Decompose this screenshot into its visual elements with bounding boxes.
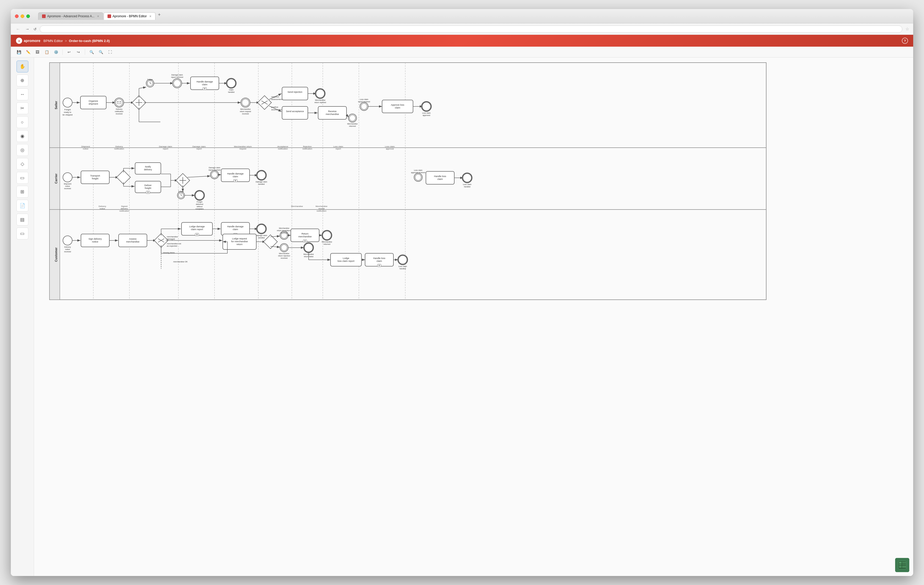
fit-button[interactable]: ⛶ — [106, 48, 114, 56]
forward-button[interactable]: → — [24, 26, 30, 33]
subprocess-tool[interactable]: ⊞ — [16, 186, 28, 198]
tab-bpmn[interactable]: Apromore - BPMN Editor × — [104, 12, 155, 20]
select-tool[interactable]: ⊕ — [16, 74, 28, 86]
svg-text:Merchandise: Merchandise — [279, 252, 289, 254]
breadcrumb-parent: BPMN Editor — [44, 39, 63, 43]
address-bar[interactable] — [40, 26, 903, 33]
svg-text:delivery: delivery — [120, 208, 128, 210]
svg-text:notice: notice — [92, 241, 98, 243]
help-button[interactable]: ? — [902, 38, 908, 44]
tab-close-bpmn[interactable]: × — [149, 14, 151, 18]
svg-text:Delivery: Delivery — [99, 205, 106, 208]
pool-tool[interactable]: ▤ — [16, 214, 28, 226]
svg-text:Delivery: Delivery — [64, 246, 71, 248]
zoom-out-button[interactable]: 🔍 — [97, 48, 105, 56]
svg-text:be shipped: be shipped — [63, 114, 73, 116]
svg-point-181 — [63, 236, 72, 245]
svg-text:Damage claim: Damage claim — [172, 74, 183, 76]
svg-text:merchandise: merchandise — [167, 236, 178, 238]
svg-point-252 — [304, 243, 313, 252]
svg-rect-308 — [902, 562, 906, 564]
data-tool[interactable]: 📄 — [16, 200, 28, 212]
redo-button[interactable]: ↪ — [74, 48, 82, 56]
titlebar: Apromore - Advanced Process A... × Aprom… — [11, 9, 913, 23]
svg-point-155 — [211, 171, 218, 178]
svg-text:without: without — [196, 206, 202, 208]
svg-text:merchandise: merchandise — [298, 235, 312, 238]
svg-text:return rejected: return rejected — [314, 102, 326, 104]
svg-text:Organize: Organize — [89, 100, 98, 102]
zoom-in-button[interactable]: 🔍 — [87, 48, 96, 56]
svg-text:Freight: Freight — [64, 109, 71, 111]
close-button[interactable] — [15, 15, 18, 18]
toolbar-separator-2 — [85, 49, 85, 55]
new-tab-button[interactable]: + — [156, 12, 163, 20]
svg-text:delivery: delivery — [144, 168, 152, 171]
svg-text:handled: handled — [464, 186, 470, 188]
svg-text:handled: handled — [228, 91, 234, 93]
intermediate-event-tool[interactable]: ◎ — [16, 144, 28, 156]
minimize-button[interactable] — [21, 15, 24, 18]
mini-map[interactable] — [895, 558, 909, 572]
svg-text:handled: handled — [258, 237, 265, 239]
back-button[interactable]: ← — [15, 26, 21, 33]
svg-text:Lodge damage: Lodge damage — [189, 225, 205, 228]
svg-text:Loss claim: Loss claim — [463, 183, 471, 185]
svg-text:freight: freight — [92, 177, 99, 180]
svg-text:report received: report received — [358, 101, 370, 103]
svg-rect-89 — [282, 106, 308, 119]
refresh-button[interactable]: ↺ — [33, 27, 36, 31]
svg-line-48 — [139, 87, 146, 88]
export-button[interactable]: 🖼 — [33, 48, 41, 56]
svg-text:claim: claim — [202, 83, 207, 86]
svg-text:return acceptance: return acceptance — [277, 230, 291, 232]
svg-text:damaged: damaged — [167, 238, 175, 240]
tab-advanced[interactable]: Apromore - Advanced Process A... × — [38, 12, 103, 20]
svg-rect-305 — [899, 562, 902, 564]
svg-text:Rejection: Rejection — [303, 145, 312, 148]
edit-button[interactable]: ✏️ — [24, 48, 32, 56]
svg-text:received: received — [281, 257, 288, 259]
svg-text:Assess: Assess — [129, 237, 137, 240]
svg-text:Transport: Transport — [90, 175, 100, 177]
svg-text:Loss claim: Loss claim — [385, 145, 395, 148]
pan-tool[interactable]: ✋ — [16, 61, 28, 73]
svg-text:Delivery: Delivery — [116, 108, 122, 110]
svg-text:report: report — [196, 148, 202, 150]
svg-point-31 — [116, 99, 123, 106]
svg-text:Handle loss: Handle loss — [373, 257, 385, 260]
svg-text:notice: notice — [83, 148, 88, 150]
bookmark-icon[interactable]: ☆ — [906, 26, 909, 31]
svg-text:approval: approval — [386, 148, 394, 150]
svg-text:Loss claim: Loss claim — [360, 99, 368, 100]
bpmn-canvas[interactable]: Seller Carrier Customer — [34, 58, 913, 576]
end-event-tool[interactable]: ◉ — [16, 130, 28, 142]
maximize-button[interactable] — [26, 15, 30, 18]
start-event-tool[interactable]: ○ — [16, 116, 28, 128]
svg-text:Merchandise return: Merchandise return — [234, 145, 252, 148]
svg-text:Shipment: Shipment — [64, 183, 71, 185]
svg-text:Loss claim: Loss claim — [333, 145, 343, 148]
svg-text:return rejection: return rejection — [278, 255, 290, 257]
annotation-tool[interactable]: ▭ — [16, 227, 28, 239]
svg-text:report received: report received — [209, 169, 221, 171]
toolbar: 💾 ✏️ 🖼 📋 ⚙️ ↩ ↪ 🔍 🔍 ⛶ — [11, 47, 913, 58]
svg-text:notice: notice — [65, 249, 70, 250]
scissors-tool[interactable]: ✂ — [16, 102, 28, 114]
svg-text:merchandise OK: merchandise OK — [173, 260, 188, 263]
clipboard-button[interactable]: 📋 — [43, 48, 51, 56]
connect-tool[interactable]: ↔ — [16, 88, 28, 100]
tab-close-advanced[interactable]: × — [97, 14, 99, 18]
undo-button[interactable]: ↩ — [65, 48, 73, 56]
svg-text:Handle damage: Handle damage — [196, 81, 213, 83]
breadcrumb-current: Order-to-cash (BPMN 2.0) — [69, 39, 110, 43]
svg-text:Freight: Freight — [197, 201, 202, 203]
svg-text:claim: claim — [395, 106, 400, 109]
task-tool[interactable]: ▭ — [16, 172, 28, 184]
svg-text:Handle damage: Handle damage — [227, 172, 244, 175]
svg-text:Seller: Seller — [54, 101, 58, 109]
svg-text:assessment: assessment — [271, 98, 282, 101]
gateway-tool[interactable]: ◇ — [16, 158, 28, 170]
settings-button[interactable]: ⚙️ — [52, 48, 60, 56]
save-button[interactable]: 💾 — [15, 48, 23, 56]
